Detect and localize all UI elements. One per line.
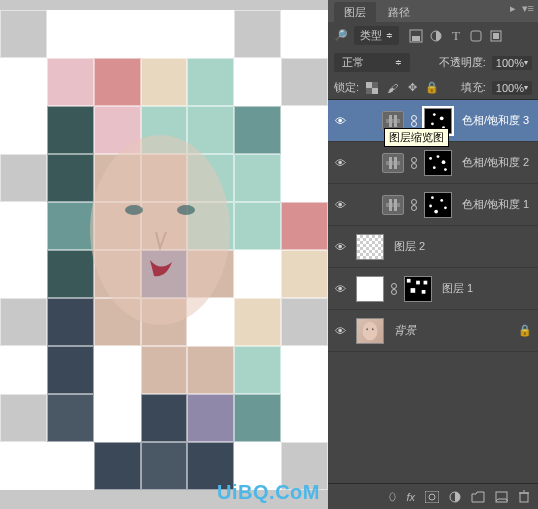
lock-image-icon[interactable]: 🖌 xyxy=(385,81,399,95)
svg-rect-12 xyxy=(386,119,400,123)
visibility-toggle[interactable]: 👁 xyxy=(328,325,352,337)
layers-panel: ▸ ▾≡ 图层 路径 🔎 类型 ≑ T 正常 ≑ 不透明度: 100% ▾ xyxy=(328,0,538,509)
lock-row: 锁定: 🖌 ✥ 🔒 填充: 100% ▾ xyxy=(328,76,538,100)
opacity-value[interactable]: 100% ▾ xyxy=(492,56,532,70)
new-adjustment-icon[interactable] xyxy=(449,491,461,503)
adjustment-filter-icon[interactable] xyxy=(429,29,443,43)
layer-row[interactable]: 👁 色相/饱和度 2 xyxy=(328,142,538,184)
lock-position-icon[interactable]: ✥ xyxy=(405,81,419,95)
mask-thumb[interactable] xyxy=(404,276,432,302)
visibility-toggle[interactable]: 👁 xyxy=(328,241,352,253)
delete-layer-icon[interactable] xyxy=(518,490,530,503)
add-mask-icon[interactable] xyxy=(425,491,439,503)
link-icon[interactable] xyxy=(408,114,420,128)
tab-layers[interactable]: 图层 xyxy=(334,2,376,22)
svg-rect-45 xyxy=(411,288,416,293)
layer-thumb[interactable] xyxy=(356,234,384,260)
svg-rect-22 xyxy=(389,157,392,169)
blend-row: 正常 ≑ 不透明度: 100% ▾ xyxy=(328,49,538,76)
fx-icon[interactable]: fx xyxy=(406,491,415,503)
svg-rect-21 xyxy=(386,161,400,165)
svg-rect-31 xyxy=(386,203,400,207)
type-filter-icon[interactable]: T xyxy=(449,29,463,43)
image-filter-icon[interactable] xyxy=(409,29,423,43)
layer-name[interactable]: 图层 1 xyxy=(442,281,473,296)
layers-list: 👁 色相/饱和度 3 👁 色相/饱和度 2 👁 xyxy=(328,100,538,483)
svg-rect-10 xyxy=(366,82,372,88)
svg-point-50 xyxy=(372,328,374,330)
layer-name[interactable]: 背景 xyxy=(394,323,416,338)
visibility-toggle[interactable]: 👁 xyxy=(328,283,352,295)
svg-rect-11 xyxy=(372,88,378,94)
svg-point-28 xyxy=(442,160,446,164)
chevron-down-icon: ▾ xyxy=(524,58,528,67)
filter-kind-select[interactable]: 类型 ≑ xyxy=(354,26,399,45)
filter-kind-label: 类型 xyxy=(360,28,382,43)
layer-thumb[interactable] xyxy=(356,276,384,302)
fill-value[interactable]: 100% ▾ xyxy=(492,81,532,95)
svg-point-18 xyxy=(440,116,444,120)
visibility-toggle[interactable]: 👁 xyxy=(328,157,352,169)
layers-bottom-toolbar: ⬯ fx xyxy=(328,483,538,509)
new-layer-icon[interactable] xyxy=(495,491,508,503)
svg-point-15 xyxy=(412,115,417,120)
lock-icon: 🔒 xyxy=(518,324,532,337)
svg-rect-43 xyxy=(407,278,411,282)
smart-filter-icon[interactable] xyxy=(489,29,503,43)
svg-rect-47 xyxy=(424,280,428,284)
svg-point-36 xyxy=(431,196,434,199)
layer-name[interactable]: 色相/饱和度 2 xyxy=(462,155,529,170)
svg-point-49 xyxy=(366,328,368,330)
link-icon[interactable] xyxy=(408,156,420,170)
svg-point-41 xyxy=(392,283,397,288)
visibility-toggle[interactable]: 👁 xyxy=(328,115,352,127)
svg-rect-4 xyxy=(412,36,420,41)
svg-rect-44 xyxy=(416,280,420,284)
watermark: UiBQ.CoM xyxy=(217,481,320,504)
svg-point-39 xyxy=(444,206,447,209)
svg-rect-14 xyxy=(394,115,397,127)
layer-thumb[interactable] xyxy=(356,318,384,344)
layer-name[interactable]: 色相/饱和度 1 xyxy=(462,197,529,212)
blend-mode-select[interactable]: 正常 ≑ xyxy=(334,53,410,72)
panel-collapse-icon[interactable]: ▸ xyxy=(510,2,516,15)
svg-point-48 xyxy=(363,321,378,340)
layer-row[interactable]: 👁 色相/饱和度 1 xyxy=(328,184,538,226)
svg-point-37 xyxy=(440,199,443,202)
layer-name[interactable]: 色相/饱和度 3 xyxy=(462,113,529,128)
tab-paths[interactable]: 路径 xyxy=(378,2,420,22)
link-icon[interactable] xyxy=(388,282,400,296)
lock-label: 锁定: xyxy=(334,80,359,95)
svg-rect-46 xyxy=(422,289,426,293)
adjustment-thumb[interactable] xyxy=(382,153,404,173)
shape-filter-icon[interactable] xyxy=(469,29,483,43)
search-icon[interactable]: 🔎 xyxy=(334,29,348,42)
layer-name[interactable]: 图层 2 xyxy=(394,239,425,254)
svg-point-19 xyxy=(431,122,434,125)
lock-transparency-icon[interactable] xyxy=(365,81,379,95)
portrait-overlay xyxy=(60,110,260,390)
link-layers-icon[interactable]: ⬯ xyxy=(389,490,396,503)
chevron-down-icon: ▾ xyxy=(524,83,528,92)
mask-thumb[interactable] xyxy=(424,150,452,176)
link-icon[interactable] xyxy=(408,198,420,212)
mask-thumb[interactable] xyxy=(424,192,452,218)
svg-point-34 xyxy=(412,199,417,204)
svg-point-35 xyxy=(412,205,417,210)
layer-row[interactable]: 👁 图层 2 xyxy=(328,226,538,268)
layer-row[interactable]: 👁 图层 1 xyxy=(328,268,538,310)
tooltip: 图层缩览图 xyxy=(384,128,449,147)
svg-rect-33 xyxy=(394,199,397,211)
new-group-icon[interactable] xyxy=(471,491,485,503)
svg-rect-6 xyxy=(471,31,481,41)
layer-row[interactable]: 👁 背景 🔒 xyxy=(328,310,538,352)
svg-point-17 xyxy=(433,113,436,116)
lock-all-icon[interactable]: 🔒 xyxy=(425,81,439,95)
adjustment-thumb[interactable] xyxy=(382,195,404,215)
panel-menu-icon[interactable]: ▾≡ xyxy=(522,2,534,15)
visibility-toggle[interactable]: 👁 xyxy=(328,199,352,211)
opacity-label: 不透明度: xyxy=(439,55,486,70)
svg-point-2 xyxy=(177,205,195,215)
svg-rect-54 xyxy=(496,492,507,502)
document-canvas[interactable]: UiBQ.CoM xyxy=(0,0,328,509)
